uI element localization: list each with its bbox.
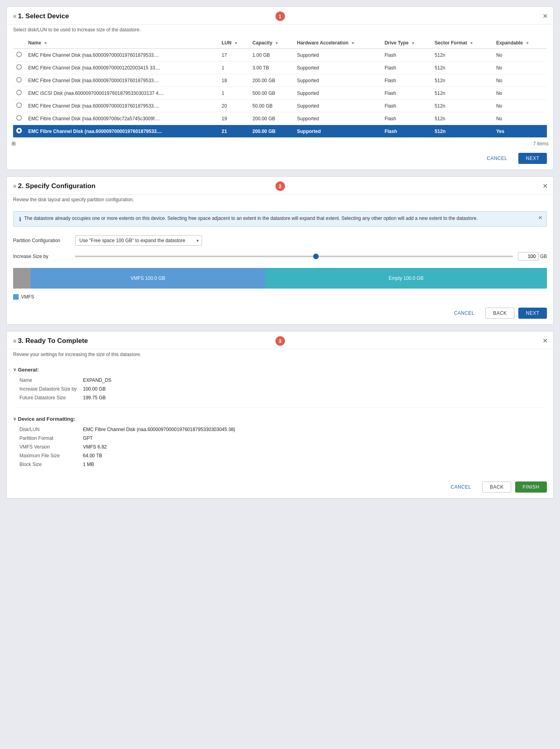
panel1-cancel-button[interactable]: CANCEL xyxy=(480,153,515,164)
cell-lun: 19 xyxy=(219,112,250,125)
cell-lun: 20 xyxy=(219,100,250,112)
close-icon-panel1[interactable]: ✕ xyxy=(543,12,548,20)
summary-device-section: ∨ Device and Formatting: Disk/LUNEMC Fib… xyxy=(7,411,553,471)
summary-key: Increase Datastore Size by xyxy=(19,386,83,392)
size-slider[interactable] xyxy=(75,256,513,257)
summary-general-section: ∨ General: NameEXPAND_DSIncrease Datasto… xyxy=(7,362,553,404)
chevron-down-icon-general[interactable]: ∨ xyxy=(13,367,16,372)
column-settings-icon[interactable]: ⊞ xyxy=(12,141,16,146)
radio-button[interactable] xyxy=(16,90,22,95)
close-icon-panel3[interactable]: ✕ xyxy=(543,337,548,345)
cell-expandable: No xyxy=(493,49,547,62)
cell-hwaccel: Supported xyxy=(294,112,381,125)
sort-icon-sectorformat: ▼ xyxy=(470,41,473,45)
panel2-back-button[interactable]: BACK xyxy=(485,308,514,319)
table-row[interactable]: EMC Fibre Channel Disk (naa.600009700001… xyxy=(13,74,547,87)
cell-name: EMC Fibre Channel Disk (naa.600009700bc7… xyxy=(25,112,219,125)
radio-button[interactable] xyxy=(16,128,22,133)
cell-drivetype: Flash xyxy=(381,49,431,62)
col-capacity[interactable]: Capacity ▼ xyxy=(249,37,294,49)
slider-value-input[interactable]: 100 xyxy=(518,252,539,261)
panel2-header: ≡ 2. Specify Configuration 2 ✕ xyxy=(7,177,553,194)
table-row[interactable]: EMC Fibre Channel Disk (naa.600009700001… xyxy=(13,62,547,74)
table-row[interactable]: EMC iSCSI Disk (naa.60000970000197601879… xyxy=(13,87,547,100)
device-table: Name ▼ LUN ▼ Capacity ▼ Hardware Acceler… xyxy=(13,37,547,138)
summary-device-row: Partition FormatGPT xyxy=(13,434,547,443)
radio-cell[interactable] xyxy=(13,74,25,87)
col-sectorformat[interactable]: Sector Format ▼ xyxy=(431,37,493,49)
cell-expandable: No xyxy=(493,62,547,74)
col-hwaccel[interactable]: Hardware Acceleration ▼ xyxy=(294,37,381,49)
table-row[interactable]: EMC Fibre Channel Disk (naa.600009700001… xyxy=(13,49,547,62)
panel2-subtitle: Review the disk layout and specify parti… xyxy=(7,194,553,207)
panel3-finish-button[interactable]: FINISH xyxy=(515,481,547,493)
cell-capacity: 200.00 GB xyxy=(249,125,294,138)
disk-part-grey xyxy=(13,268,31,289)
table-row[interactable]: EMC Fibre Channel Disk (naa.600009700001… xyxy=(13,125,547,138)
slider-thumb[interactable] xyxy=(313,254,319,259)
cell-drivetype: Flash xyxy=(381,112,431,125)
summary-device-row: Disk/LUNEMC Fibre Channel Disk (naa.6000… xyxy=(13,425,547,434)
partition-dropdown[interactable]: Use "Free space 100 GB" to expand the da… xyxy=(75,235,202,246)
radio-button[interactable] xyxy=(16,64,22,70)
table-row[interactable]: EMC Fibre Channel Disk (naa.600009700001… xyxy=(13,100,547,112)
summary-key: Block Size xyxy=(19,462,83,467)
legend-row: VMFS xyxy=(7,293,553,304)
summary-val: EXPAND_DS xyxy=(83,377,112,383)
radio-button[interactable] xyxy=(16,115,22,121)
radio-cell[interactable] xyxy=(13,125,25,138)
device-group-title: ∨ Device and Formatting: xyxy=(13,416,547,422)
panel1-btn-row: CANCEL NEXT xyxy=(7,149,553,169)
sort-icon-capacity: ▼ xyxy=(275,41,279,45)
table-row[interactable]: EMC Fibre Channel Disk (naa.600009700bc7… xyxy=(13,112,547,125)
col-lun[interactable]: LUN ▼ xyxy=(219,37,250,49)
radio-cell[interactable] xyxy=(13,100,25,112)
disk-part-empty: Empty 100.0 GB xyxy=(265,268,547,289)
col-drivetype[interactable]: Drive Type ▼ xyxy=(381,37,431,49)
info-close-icon[interactable]: ✕ xyxy=(538,215,543,221)
cell-expandable: Yes xyxy=(493,125,547,138)
partition-config-value: Use "Free space 100 GB" to expand the da… xyxy=(75,235,547,246)
summary-val: 64.00 TB xyxy=(83,453,102,458)
summary-val: GPT xyxy=(83,435,93,441)
cell-sectorformat: 512n xyxy=(431,87,493,100)
size-slider-row: Increase Size by 100 GB xyxy=(7,249,553,264)
legend-vmfs-label: VMFS xyxy=(21,294,34,300)
panel2-title: 2. Specify Configuration xyxy=(18,182,96,190)
cell-drivetype: Flash xyxy=(381,74,431,87)
panel3-cancel-button[interactable]: CANCEL xyxy=(444,482,479,492)
summary-key: Name xyxy=(19,377,83,383)
panel3-back-button[interactable]: BACK xyxy=(482,481,511,493)
radio-cell[interactable] xyxy=(13,87,25,100)
general-rows: NameEXPAND_DSIncrease Datastore Size by1… xyxy=(13,376,547,402)
cell-lun: 21 xyxy=(219,125,250,138)
slider-value-box: 100 GB xyxy=(518,252,547,261)
summary-general-row: Future Datastore Size199.75 GB xyxy=(13,393,547,402)
cell-expandable: No xyxy=(493,74,547,87)
partition-config-label: Partition Configuration xyxy=(13,238,69,243)
panel1-next-button[interactable]: NEXT xyxy=(518,153,547,164)
radio-cell[interactable] xyxy=(13,62,25,74)
info-icon: ℹ xyxy=(19,216,21,222)
panel2-next-button[interactable]: NEXT xyxy=(518,308,547,319)
col-name[interactable]: Name ▼ xyxy=(25,37,219,49)
sort-icon-drivetype: ▼ xyxy=(411,41,415,45)
radio-button[interactable] xyxy=(16,102,22,108)
radio-cell[interactable] xyxy=(13,112,25,125)
step1-badge: 1 xyxy=(275,12,285,21)
chevron-down-icon-device[interactable]: ∨ xyxy=(13,416,16,422)
step2-badge: 2 xyxy=(275,181,285,191)
panel2-cancel-button[interactable]: CANCEL xyxy=(447,308,482,318)
close-icon-panel2[interactable]: ✕ xyxy=(543,182,548,190)
cell-name: EMC Fibre Channel Disk (naa.600009700001… xyxy=(25,125,219,138)
info-box: ℹ The datastore already occupies one or … xyxy=(13,211,547,227)
device-rows: Disk/LUNEMC Fibre Channel Disk (naa.6000… xyxy=(13,425,547,469)
col-expandable[interactable]: Expandable ▼ xyxy=(493,37,547,49)
radio-cell[interactable] xyxy=(13,49,25,62)
step3-badge: 3 xyxy=(275,336,285,346)
summary-val: VMFS 6.82 xyxy=(83,444,107,450)
radio-button[interactable] xyxy=(16,52,22,57)
disk-part-vmfs: VMFS 100.0 GB xyxy=(31,268,265,289)
sort-icon-hwaccel: ▼ xyxy=(351,41,355,45)
radio-button[interactable] xyxy=(16,77,22,83)
